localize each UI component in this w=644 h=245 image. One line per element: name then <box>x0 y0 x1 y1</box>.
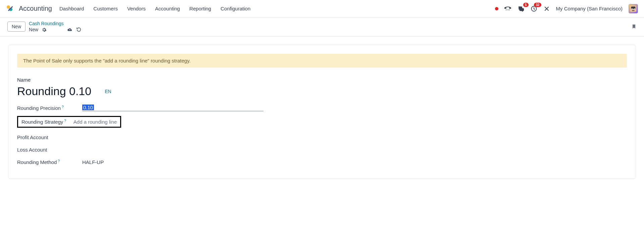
phone-icon[interactable] <box>504 5 511 12</box>
gear-icon[interactable] <box>42 27 47 32</box>
profit-row: Profit Account <box>17 134 627 140</box>
precision-value: 0.10 <box>82 105 94 110</box>
recording-indicator-icon <box>495 7 498 10</box>
main-nav: Dashboard Customers Vendors Accounting R… <box>59 6 250 11</box>
profit-label: Profit Account <box>17 134 74 140</box>
new-button[interactable]: New <box>7 22 26 32</box>
form-card: The Point of Sale only supports the "add… <box>8 45 636 179</box>
help-icon[interactable]: ? <box>64 119 66 123</box>
name-label: Name <box>17 77 627 83</box>
loss-label: Loss Account <box>17 147 74 153</box>
app-brand[interactable]: Accounting <box>19 5 52 12</box>
svg-rect-12 <box>632 8 633 9</box>
precision-label: Rounding Precision ? <box>17 105 74 111</box>
method-label: Rounding Method ? <box>17 159 74 165</box>
breadcrumb-parent[interactable]: Cash Roundings <box>29 21 82 26</box>
nav-vendors[interactable]: Vendors <box>127 6 146 11</box>
strategy-select[interactable]: Add a rounding line <box>73 119 117 125</box>
bookmark-icon[interactable] <box>631 23 637 30</box>
language-badge[interactable]: EN <box>105 89 111 94</box>
strategy-row-highlighted: Rounding Strategy ? Add a rounding line <box>17 116 121 128</box>
cloud-save-icon[interactable] <box>67 27 73 32</box>
nav-configuration[interactable]: Configuration <box>220 6 250 11</box>
nav-dashboard[interactable]: Dashboard <box>59 6 84 11</box>
activities-badge: 32 <box>534 3 541 7</box>
nav-accounting[interactable]: Accounting <box>155 6 180 11</box>
name-field: Name Rounding 0.10 EN <box>17 77 627 98</box>
control-panel: New Cash Roundings New <box>0 17 644 37</box>
svg-rect-4 <box>509 7 511 8</box>
messages-badge: 5 <box>523 3 529 7</box>
svg-rect-3 <box>504 7 506 8</box>
activities-icon[interactable]: 32 <box>531 5 537 12</box>
content-area: The Point of Sale only supports the "add… <box>0 37 644 187</box>
topbar: Accounting Dashboard Customers Vendors A… <box>0 0 644 17</box>
svg-rect-13 <box>634 8 635 9</box>
precision-input[interactable]: 0.10 <box>82 105 263 111</box>
nav-reporting[interactable]: Reporting <box>189 6 211 11</box>
loss-row: Loss Account <box>17 147 627 153</box>
precision-row: Rounding Precision ? 0.10 <box>17 105 627 111</box>
help-icon[interactable]: ? <box>62 105 64 109</box>
app-logo[interactable] <box>6 5 14 13</box>
topbar-right: 5 32 My Company (San Francisco) <box>495 4 638 13</box>
user-avatar[interactable] <box>629 4 638 13</box>
nav-customers[interactable]: Customers <box>93 6 118 11</box>
strategy-label: Rounding Strategy ? <box>21 119 66 125</box>
discard-icon[interactable] <box>76 27 82 32</box>
messages-icon[interactable]: 5 <box>517 5 525 12</box>
method-row: Rounding Method ? HALF-UP <box>17 159 627 165</box>
name-input[interactable]: Rounding 0.10 <box>17 85 91 98</box>
svg-rect-14 <box>632 10 634 11</box>
tools-icon[interactable] <box>543 5 550 12</box>
help-icon[interactable]: ? <box>58 159 60 163</box>
company-selector[interactable]: My Company (San Francisco) <box>556 6 623 11</box>
method-select[interactable]: HALF-UP <box>82 159 104 165</box>
breadcrumb-current: New <box>29 27 38 32</box>
alert-banner: The Point of Sale only supports the "add… <box>17 54 627 68</box>
breadcrumb: Cash Roundings New <box>29 21 82 32</box>
